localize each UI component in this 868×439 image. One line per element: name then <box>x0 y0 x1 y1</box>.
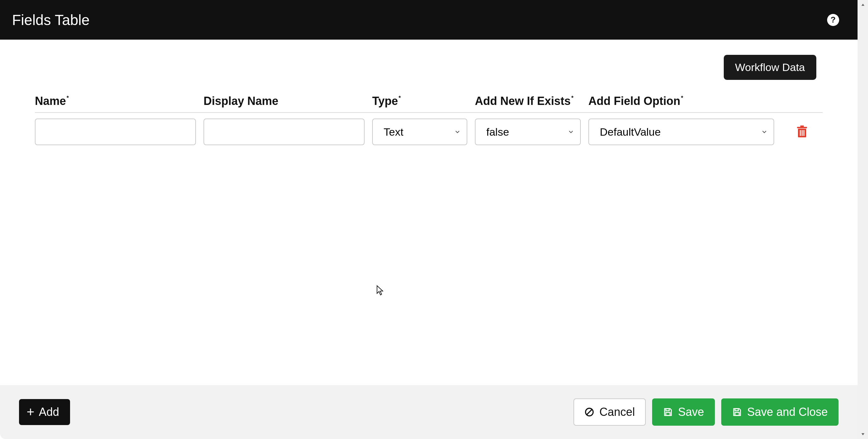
dialog-viewport: Fields Table ? Workflow Data Name Displa… <box>0 0 858 439</box>
svg-line-7 <box>587 410 592 415</box>
dialog-header: Fields Table ? <box>0 0 858 40</box>
save-button-label: Save <box>678 405 704 419</box>
type-select-value: Text <box>383 126 403 138</box>
footer-actions: Cancel Save Save and Close <box>574 399 839 426</box>
save-button[interactable]: Save <box>652 399 715 426</box>
save-icon <box>732 407 742 417</box>
chevron-down-icon <box>567 128 575 135</box>
dialog-body: Workflow Data Name Display Name Type Add… <box>0 40 858 385</box>
cancel-icon <box>584 407 594 417</box>
add-new-if-exists-select[interactable]: false <box>475 119 581 145</box>
workflow-data-label: Workflow Data <box>735 61 805 73</box>
svg-rect-10 <box>735 409 738 411</box>
column-header-add-field-option: Add Field Option <box>588 94 774 108</box>
save-and-close-button-label: Save and Close <box>747 405 828 419</box>
svg-rect-4 <box>802 130 803 136</box>
add-button[interactable]: + Add <box>19 399 70 425</box>
help-button[interactable]: ? <box>827 14 839 26</box>
scrollbar-up-arrow-icon[interactable] <box>858 0 868 9</box>
svg-marker-12 <box>861 4 864 6</box>
table-row: Text false DefaultValue <box>35 113 823 145</box>
column-header-add-new-if-exists: Add New If Exists <box>475 94 581 108</box>
column-header-type: Type <box>372 94 467 108</box>
delete-row-button[interactable] <box>795 124 810 139</box>
add-field-option-select[interactable]: DefaultValue <box>588 119 774 145</box>
svg-rect-5 <box>803 130 804 136</box>
add-new-if-exists-value: false <box>486 126 509 138</box>
display-name-input[interactable] <box>204 119 365 145</box>
add-button-label: Add <box>39 405 59 419</box>
cursor-icon <box>376 285 384 296</box>
scrollbar-down-arrow-icon[interactable] <box>858 430 868 439</box>
svg-marker-13 <box>861 433 864 436</box>
column-header-display-name: Display Name <box>204 94 365 108</box>
trash-icon <box>796 126 808 138</box>
add-field-option-value: DefaultValue <box>600 126 661 138</box>
name-input[interactable] <box>35 119 196 145</box>
save-icon <box>663 407 673 417</box>
svg-rect-11 <box>735 412 739 415</box>
cancel-button[interactable]: Cancel <box>574 399 646 426</box>
workflow-data-button[interactable]: Workflow Data <box>724 55 816 80</box>
chevron-down-icon <box>454 128 461 135</box>
cancel-button-label: Cancel <box>599 405 635 419</box>
svg-rect-3 <box>800 130 801 136</box>
column-header-name: Name <box>35 94 196 108</box>
chevron-down-icon <box>761 128 768 135</box>
plus-icon: + <box>27 405 35 419</box>
svg-rect-8 <box>666 409 669 411</box>
svg-rect-9 <box>666 412 670 415</box>
scrollbar[interactable] <box>858 0 868 439</box>
table-header: Name Display Name Type Add New If Exists… <box>35 94 823 113</box>
workflow-row: Workflow Data <box>35 55 823 80</box>
svg-rect-1 <box>797 127 807 128</box>
dialog-title: Fields Table <box>12 11 90 29</box>
type-select[interactable]: Text <box>372 119 467 145</box>
save-and-close-button[interactable]: Save and Close <box>721 399 839 426</box>
dialog-footer: + Add Cancel Save <box>0 385 858 439</box>
svg-rect-2 <box>800 126 804 127</box>
help-icon: ? <box>831 15 836 25</box>
